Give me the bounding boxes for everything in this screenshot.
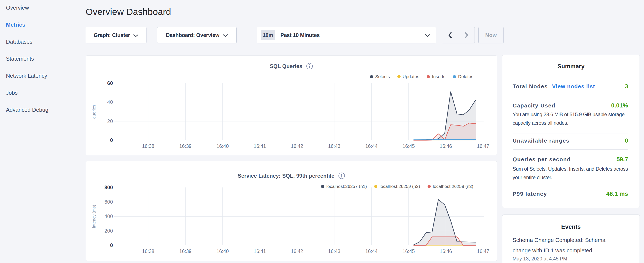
chevron-down-icon xyxy=(133,34,138,37)
y-axis-label: latency (ms) xyxy=(92,205,96,228)
y-tick-label: 20 xyxy=(107,118,113,124)
summary-divider xyxy=(512,133,628,133)
summary-description: Sum of Selects, Updates, Inserts, and De… xyxy=(512,165,631,182)
summary-row-unavailable-ranges: Unavailable ranges 0 xyxy=(512,137,628,144)
summary-value: 59.7 xyxy=(616,156,628,163)
x-tick-label: 16:38 xyxy=(142,143,154,149)
x-tick-label: 16:40 xyxy=(216,248,229,254)
service-latency-chart-card: Service Latency: SQL, 99th percentile lo… xyxy=(86,161,497,261)
x-tick-label: 16:43 xyxy=(328,143,340,149)
y-tick-label: 800 xyxy=(104,184,113,190)
x-tick-label: 16:46 xyxy=(440,143,452,149)
event-message[interactable]: Schema Change Completed: Schema change w… xyxy=(512,235,620,256)
chevron-down-icon xyxy=(223,34,228,37)
summary-row-total-nodes: Total Nodes View nodes list 3 xyxy=(512,83,628,90)
summary-label: P99 latency xyxy=(512,191,547,197)
sidebar-nav-list: OverviewMetricsDatabasesStatementsNetwor… xyxy=(0,0,81,118)
series-line-Deletes xyxy=(414,140,476,140)
x-tick-label: 16:39 xyxy=(179,248,192,254)
x-tick-label: 16:42 xyxy=(291,143,303,149)
summary-divider xyxy=(512,149,628,150)
dashboard-dropdown[interactable]: Dashboard: Overview xyxy=(157,27,237,43)
sidebar-item-metrics[interactable]: Metrics xyxy=(0,16,81,33)
service-latency-plot: 16:3816:3916:4016:4116:4216:4316:4416:45… xyxy=(86,161,497,261)
summary-value: 46.1 ms xyxy=(606,190,628,197)
sidebar-item-overview[interactable]: Overview xyxy=(0,0,81,16)
now-button-label: Now xyxy=(485,32,497,38)
x-tick-label: 16:44 xyxy=(365,248,378,254)
time-range-label: Past 10 Minutes xyxy=(280,32,320,38)
x-tick-label: 16:42 xyxy=(291,248,303,254)
now-button[interactable]: Now xyxy=(478,27,504,43)
view-nodes-list-link[interactable]: View nodes list xyxy=(552,83,595,90)
time-range-badge: 10m xyxy=(261,30,275,40)
x-tick-label: 16:41 xyxy=(254,143,266,149)
y-tick-label: 600 xyxy=(104,199,113,205)
x-tick-label: 16:39 xyxy=(179,143,192,149)
x-tick-label: 16:43 xyxy=(328,248,340,254)
summary-description: You are using 28.6 MiB of 515.9 GiB usab… xyxy=(512,110,631,127)
summary-value: 0.01% xyxy=(611,102,628,109)
x-tick-label: 16:46 xyxy=(440,248,452,254)
summary-row-queries-per-second: Queries per second 59.7 xyxy=(512,156,628,163)
graph-dropdown-label: Graph: Cluster xyxy=(94,32,130,38)
y-tick-label: 40 xyxy=(107,99,113,105)
sidebar-item-advanced-debug[interactable]: Advanced Debug xyxy=(0,101,81,118)
sql-queries-chart-card: SQL Queries SelectsUpdatesInsertsDeletes… xyxy=(86,55,497,155)
summary-divider xyxy=(512,184,628,184)
x-tick-label: 16:47 xyxy=(477,143,489,149)
chevron-down-icon xyxy=(425,34,430,37)
dashboard-dropdown-label: Dashboard: Overview xyxy=(166,32,219,38)
sidebar-item-statements[interactable]: Statements xyxy=(0,50,81,67)
time-range-picker[interactable]: 10m Past 10 Minutes xyxy=(257,27,436,43)
time-step-buttons xyxy=(442,27,475,43)
event-timestamp: May 13, 2020 at 4:45 PM xyxy=(512,255,567,262)
summary-label: Unavailable ranges xyxy=(512,137,570,144)
chevron-left-icon xyxy=(448,32,452,39)
summary-value: 3 xyxy=(625,83,628,90)
x-tick-label: 16:41 xyxy=(254,248,266,254)
y-tick-label: 60 xyxy=(107,80,113,86)
summary-label: Queries per second xyxy=(512,156,571,163)
summary-label: Capacity Used xyxy=(512,102,555,109)
x-tick-label: 16:47 xyxy=(477,248,489,254)
x-tick-label: 16:44 xyxy=(365,143,378,149)
summary-panel: Summary Total Nodes View nodes list 3 Ca… xyxy=(502,55,640,208)
events-panel: Events Schema Change Completed: Schema c… xyxy=(502,214,640,263)
summary-heading: Summary xyxy=(502,63,640,70)
sidebar-item-network-latency[interactable]: Network Latency xyxy=(0,67,81,84)
sidebar-item-databases[interactable]: Databases xyxy=(0,33,81,50)
toolbar-divider xyxy=(247,26,247,43)
prev-time-button[interactable] xyxy=(442,27,458,43)
graph-dropdown[interactable]: Graph: Cluster xyxy=(86,27,146,43)
summary-value: 0 xyxy=(625,137,628,144)
page-title: Overview Dashboard xyxy=(86,7,171,17)
sidebar-item-jobs[interactable]: Jobs xyxy=(0,84,81,101)
summary-label: Total Nodes xyxy=(512,83,548,90)
x-tick-label: 16:38 xyxy=(142,248,154,254)
sql-queries-plot: 16:3816:3916:4016:4116:4216:4316:4416:45… xyxy=(86,56,497,155)
events-heading: Events xyxy=(502,223,640,230)
next-time-button[interactable] xyxy=(458,27,474,43)
x-tick-label: 16:45 xyxy=(402,143,415,149)
chevron-right-icon xyxy=(464,32,468,39)
y-tick-label: 400 xyxy=(104,213,113,219)
x-tick-label: 16:40 xyxy=(216,143,229,149)
x-tick-label: 16:45 xyxy=(402,248,415,254)
y-tick-label: 0 xyxy=(110,242,113,248)
summary-row-p99-latency: P99 latency 46.1 ms xyxy=(512,190,628,197)
y-tick-label: 0 xyxy=(110,137,113,143)
y-tick-label: 200 xyxy=(104,228,113,234)
sidebar: OverviewMetricsDatabasesStatementsNetwor… xyxy=(0,0,81,118)
summary-row-capacity-used: Capacity Used 0.01% xyxy=(512,102,628,109)
y-axis-label: queries xyxy=(92,105,96,119)
